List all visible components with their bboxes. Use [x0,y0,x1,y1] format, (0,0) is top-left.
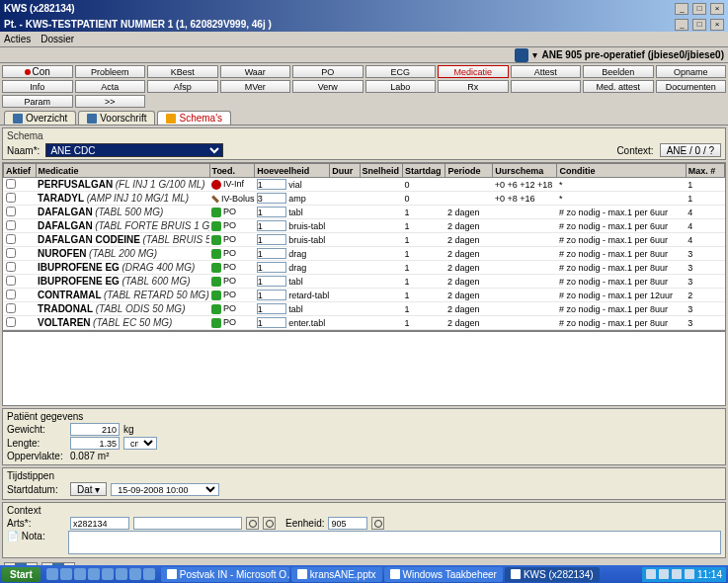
arts-refresh-icon[interactable] [263,517,276,530]
probleem-button[interactable]: Probleem [75,65,146,78]
qty-input[interactable] [257,193,286,204]
th-conditie[interactable]: Conditie [557,164,686,178]
qty-input[interactable] [257,276,286,287]
maximize-button[interactable]: □ [692,3,706,15]
qty-input[interactable] [257,234,286,245]
th-uurschema[interactable]: Uurschema [493,164,557,178]
context-dropdown-icon[interactable] [515,48,528,62]
info-button[interactable]: Info [2,80,73,93]
documenten-button[interactable]: Documenten [656,80,727,93]
th-max[interactable]: Max. # [686,164,724,178]
mver-button[interactable]: MVer [220,80,291,93]
qty-input[interactable] [257,179,286,190]
schema-naam-select[interactable]: ANE CDC [45,143,223,157]
aktief-checkbox[interactable] [6,317,16,327]
acta-button[interactable]: Acta [75,80,146,93]
table-row[interactable]: TRADONAL (TABL ODIS 50 MG)PO tabl12 dage… [4,302,725,316]
arts-extra-input[interactable] [133,517,242,530]
ql-icon[interactable] [102,568,114,580]
aktief-checkbox[interactable] [6,179,16,189]
aktief-checkbox[interactable] [6,303,16,313]
tab-overzicht[interactable]: Overzicht [4,111,76,125]
table-row[interactable]: PERFUSALGAN (FL INJ 1 G/100 ML)IV-Inf vi… [4,178,725,192]
qty-input[interactable] [257,248,286,259]
taskbar-task[interactable]: Postvak IN - Microsoft O… [161,567,289,582]
taskbar-task[interactable]: kransANE.pptx [291,567,382,582]
con-button[interactable]: Con [2,65,73,78]
eenheid-search-icon[interactable] [371,517,384,530]
th-startdag[interactable]: Startdag [403,164,445,178]
rx-button[interactable]: Rx [438,80,509,93]
table-row[interactable]: CONTRAMAL (TABL RETARD 50 MG)PO retard-t… [4,289,725,302]
med-attest-button[interactable]: Med. attest [583,80,654,93]
table-row[interactable]: TARADYL (AMP INJ 10 MG/1 ML)IV-Bolus amp… [4,192,725,206]
qty-input[interactable] [257,207,286,217]
afsp-button[interactable]: Afsp [147,80,218,93]
ql-icon[interactable] [129,568,141,580]
aktief-checkbox[interactable] [6,234,16,244]
ql-icon[interactable] [60,568,72,580]
gewicht-input[interactable] [70,423,120,436]
qty-input[interactable] [257,290,286,300]
startdatum-select[interactable]: 15-09-2008 10:00 [111,483,219,496]
table-row[interactable]: IBUPROFENE EG (DRAG 400 MG)PO drag12 dag… [4,261,725,275]
inner-minimize-button[interactable]: _ [675,19,688,31]
tray-icon[interactable] [685,569,694,579]
more-button[interactable]: >> [75,95,146,108]
lengte-unit-select[interactable]: cm [123,437,157,450]
tray-icon[interactable] [672,569,682,579]
table-row[interactable]: NUROFEN (TABL 200 MG)PO drag12 dagen# zo… [4,247,725,261]
medicatie-button[interactable]: Medicatie [438,65,509,78]
aktief-checkbox[interactable] [6,276,16,286]
start-button[interactable]: Start [2,567,40,582]
taskbar-task[interactable]: KWS (x282134) [505,567,600,582]
qty-input[interactable] [257,262,286,273]
th-toed[interactable]: Toed. [209,164,255,178]
table-row[interactable]: DAFALGAN CODEINE (TABL BRUIS 500-30 MG)P… [4,233,725,247]
inner-maximize-button[interactable]: □ [692,19,706,31]
th-hoev[interactable]: Hoeveelheid [255,164,330,178]
ecg-button[interactable]: ECG [365,65,437,78]
waar-button[interactable]: Waar [220,65,291,78]
ql-icon[interactable] [143,568,155,580]
aktief-checkbox[interactable] [6,193,16,203]
nota-textarea[interactable] [68,531,721,554]
menu-acties[interactable]: Acties [4,34,31,44]
eenheid-input[interactable] [328,517,367,530]
tab-voorschrift[interactable]: Voorschrift [78,111,155,125]
aktief-checkbox[interactable] [6,220,16,230]
attest-button[interactable]: Attest [511,65,582,78]
tab-schemas[interactable]: Schema's [157,111,231,125]
th-snelheid[interactable]: Snelheid [360,164,402,178]
opname-button[interactable]: Opname [656,65,727,78]
th-duur[interactable]: Duur [330,164,360,178]
table-row[interactable]: DAFALGAN (TABL FORTE BRUIS 1 G)PO bruis-… [4,219,725,233]
close-button[interactable]: × [710,3,724,15]
minimize-button[interactable]: _ [675,3,688,15]
inner-close-button[interactable]: × [710,19,724,31]
qty-input[interactable] [257,317,286,328]
context-button[interactable]: ANE / 0 / ? [660,143,721,157]
qty-input[interactable] [257,220,286,231]
po-button[interactable]: PO [292,65,364,78]
context-arrow-icon[interactable]: ▾ [532,49,537,60]
th-aktief[interactable]: Aktief [4,164,37,178]
taskbar-task[interactable]: Windows Taakbeheer [384,567,503,582]
tray-icon[interactable] [659,569,669,579]
arts-input[interactable] [70,517,129,530]
dat-button[interactable]: Dat ▾ [70,482,107,496]
labo-button[interactable]: Labo [365,80,437,93]
param-button[interactable]: Param [2,95,73,108]
aktief-checkbox[interactable] [6,248,16,258]
qty-input[interactable] [257,303,286,314]
table-row[interactable]: IBUPROFENE EG (TABL 600 MG)PO tabl12 dag… [4,275,725,289]
tray-icon[interactable] [646,569,656,579]
arts-search-icon[interactable] [246,517,259,530]
ql-icon[interactable] [116,568,127,580]
verw-button[interactable]: Verw [292,80,364,93]
menu-dossier[interactable]: Dossier [40,34,74,44]
aktief-checkbox[interactable] [6,207,16,216]
ql-icon[interactable] [88,568,100,580]
aktief-checkbox[interactable] [6,290,16,299]
table-row[interactable]: DAFALGAN (TABL 500 MG)PO tabl12 dagen# z… [4,206,725,219]
